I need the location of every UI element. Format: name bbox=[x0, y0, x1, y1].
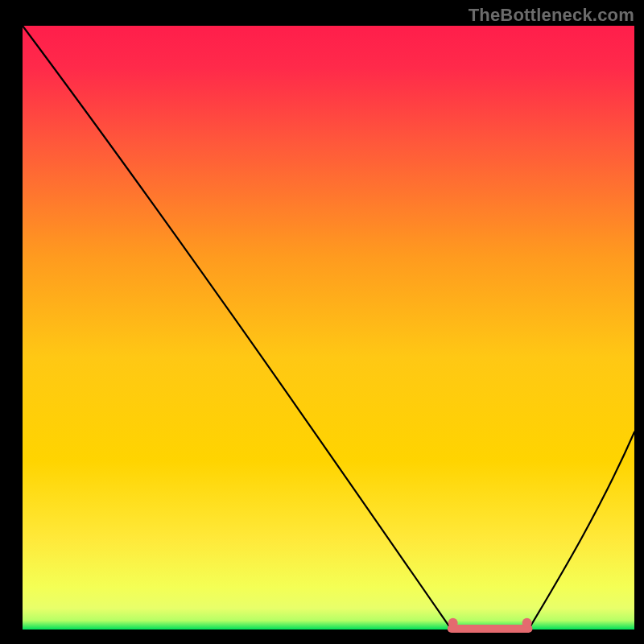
chart-frame: TheBottleneck.com bbox=[0, 0, 644, 644]
optimal-range-end-marker bbox=[522, 618, 532, 628]
chart-svg bbox=[0, 0, 644, 644]
plot-background bbox=[23, 26, 634, 630]
optimal-range-start-marker bbox=[448, 618, 458, 628]
